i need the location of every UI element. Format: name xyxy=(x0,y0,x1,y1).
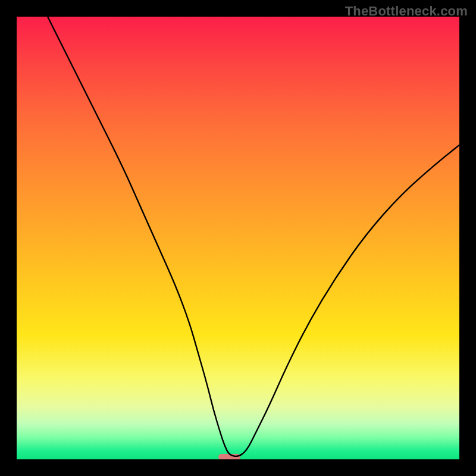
watermark-text: TheBottleneck.com xyxy=(345,4,468,19)
plot-area xyxy=(17,17,459,459)
chart-frame: TheBottleneck.com xyxy=(0,0,476,476)
bottleneck-curve xyxy=(17,17,459,459)
curve-path xyxy=(48,17,459,456)
